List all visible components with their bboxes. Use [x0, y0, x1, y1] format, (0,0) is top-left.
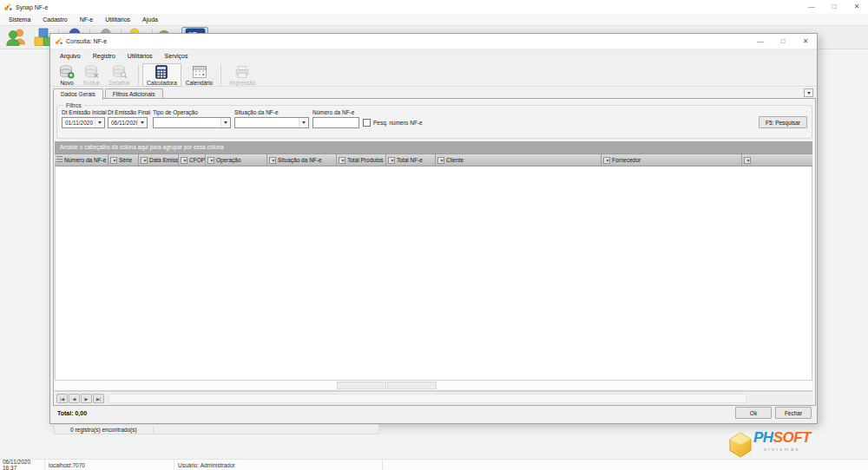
excluir-button[interactable]: Excluir	[79, 63, 105, 87]
calculator-icon	[155, 65, 168, 79]
filter-icon[interactable]	[110, 157, 117, 164]
phsoft-logo: PHSOFT sistemas	[726, 430, 858, 460]
dt-inicial-label: Dt Emissão Inicial	[62, 109, 107, 115]
group-by-bar[interactable]: Arraste o cabeçalho da coluna aqui para …	[55, 141, 812, 153]
column-header-fornecedor[interactable]: Fornecedor	[602, 154, 742, 166]
summary-cell-total-produtos	[337, 382, 386, 389]
filter-icon[interactable]	[388, 157, 395, 164]
minimize-icon[interactable]: —	[800, 0, 823, 14]
filter-icon[interactable]	[339, 157, 345, 164]
maximize-icon[interactable]: □	[823, 0, 845, 14]
menu-arquivo[interactable]: Arquivo	[54, 50, 87, 62]
status-user: Usuário: Administrador	[174, 460, 382, 470]
column-header-serie[interactable]: Série	[108, 154, 139, 166]
grid-header: Número da NF-e Série Data Emissão CFOP O…	[55, 153, 812, 166]
tipo-operacao-combo[interactable]	[153, 117, 231, 128]
combo-arrow-icon[interactable]	[95, 118, 104, 127]
column-header-cliente[interactable]: Cliente	[436, 154, 602, 166]
dialog-titlebar[interactable]: Consulta: NF-e — □ ✕	[50, 34, 817, 49]
novo-button[interactable]: Novo	[55, 63, 79, 87]
close-icon[interactable]: ✕	[845, 0, 868, 14]
printer-icon	[235, 65, 249, 79]
ok-button[interactable]: Ok	[735, 407, 772, 419]
pesquisar-button[interactable]: F5: Pesquisar	[759, 116, 807, 128]
fechar-button[interactable]: Fechar	[775, 407, 812, 419]
calendario-button[interactable]: Calendário	[181, 63, 217, 87]
combo-arrow-icon[interactable]	[220, 118, 230, 127]
filter-icon[interactable]	[269, 157, 276, 164]
column-header-situacao[interactable]: Situação da NF-e	[267, 154, 337, 166]
toolbar-separator	[138, 64, 139, 85]
dialog-maximize-icon[interactable]: □	[772, 35, 794, 49]
menu-ajuda[interactable]: Ajuda	[136, 14, 164, 25]
pesq-numero-label: Pesq. número NF-e	[373, 120, 423, 126]
status-divider	[153, 426, 154, 433]
menu-utilitarios-dialog[interactable]: Utilitários	[122, 50, 159, 62]
nav-first-button[interactable]: |◀	[56, 394, 68, 403]
detalhar-button[interactable]: Detalhar	[105, 63, 135, 87]
dialog-toolbar: Novo Excluir Detalhar	[50, 62, 817, 87]
main-statusbar: 06/11/2020 16:37 localhost:7070 Usuário:…	[0, 459, 868, 470]
dt-inicial-combo[interactable]: 01/11/2020	[62, 117, 105, 128]
filter-icon[interactable]	[437, 157, 444, 164]
combo-arrow-icon[interactable]	[137, 118, 147, 127]
menu-servicos[interactable]: Serviços	[159, 50, 194, 62]
detalhar-label: Detalhar	[109, 80, 131, 86]
calculadora-button[interactable]: Calculadora	[142, 63, 181, 87]
users-toolbar-button[interactable]	[3, 27, 30, 49]
menu-nfe[interactable]: NF-e	[74, 14, 100, 25]
total-label: Total: 0,00	[57, 410, 87, 416]
tab-overflow-button[interactable]	[804, 88, 813, 97]
situacao-combo[interactable]	[234, 117, 309, 128]
nav-next-button[interactable]: ▶	[81, 394, 92, 403]
numero-nfe-input[interactable]	[312, 117, 359, 128]
pesq-numero-checkbox[interactable]	[363, 119, 371, 127]
synap-logo-icon	[3, 3, 12, 11]
toolbar-separator	[220, 64, 221, 85]
column-header-total-nfe[interactable]: Total NF-e	[386, 154, 436, 166]
menu-registro[interactable]: Registro	[87, 50, 122, 62]
column-header-data-emissao[interactable]: Data Emissão	[139, 154, 179, 166]
app-title: Synap NF-e	[16, 4, 48, 10]
filter-icon[interactable]	[744, 157, 751, 164]
menu-utilitarios[interactable]: Utilitários	[99, 14, 136, 25]
combo-arrow-icon[interactable]	[299, 118, 308, 127]
filter-icon[interactable]	[603, 157, 610, 164]
filters-legend: Filtros	[63, 102, 84, 108]
main-titlebar: Synap NF-e — □ ✕	[0, 0, 868, 14]
nav-prev-button[interactable]: ◀	[69, 394, 80, 403]
dialog-minimize-icon[interactable]: —	[749, 35, 772, 49]
menu-sistema[interactable]: Sistema	[3, 14, 36, 25]
filter-icon[interactable]	[207, 157, 214, 164]
numero-nfe-label: Número da NF-e	[312, 109, 354, 115]
column-header-operacao[interactable]: Operação	[206, 154, 267, 166]
column-header-empty[interactable]	[742, 154, 812, 166]
window-controls: — □ ✕	[800, 0, 868, 14]
impressao-button[interactable]: Impressão	[225, 63, 260, 87]
records-count: 0 registro(s) encontrado(s)	[55, 427, 137, 433]
app-window: Synap NF-e — □ ✕ Sistema Cadastro NF-e U…	[0, 0, 868, 470]
horizontal-scrollbar[interactable]	[108, 394, 746, 403]
dialog-title: Consulta: NF-e	[66, 38, 107, 44]
calendario-label: Calendário	[186, 80, 213, 86]
column-header-total-produtos[interactable]: Total Produtos	[337, 154, 386, 166]
filter-icon[interactable]	[141, 157, 148, 164]
tipo-operacao-label: Tipo de Operação	[153, 109, 198, 115]
filter-icon[interactable]	[181, 157, 187, 164]
phsoft-tagline: sistemas	[764, 447, 800, 452]
dt-final-value: 06/11/2020	[108, 120, 137, 126]
dialog-menubar: Arquivo Registro Utilitários Serviços	[50, 49, 817, 62]
dt-final-combo[interactable]: 06/11/2020	[108, 117, 148, 128]
database-add-icon	[59, 65, 75, 79]
grid-body[interactable]	[55, 166, 812, 380]
nav-last-button[interactable]: ▶|	[93, 394, 104, 403]
situacao-label: Situação da NF-e	[234, 109, 279, 115]
dialog-close-icon[interactable]: ✕	[794, 35, 817, 49]
dt-final-label: Dt Emissão Final	[108, 109, 150, 115]
summary-cell-total-nfe	[387, 382, 437, 389]
menu-cadastro[interactable]: Cadastro	[36, 14, 73, 25]
status-host: localhost:7070	[44, 460, 174, 470]
column-header-cfop[interactable]: CFOP	[179, 154, 206, 166]
tab-dados-gerais[interactable]: Dados Gerais	[53, 88, 103, 100]
column-header-numero-nfe[interactable]: Número da NF-e	[55, 154, 108, 166]
